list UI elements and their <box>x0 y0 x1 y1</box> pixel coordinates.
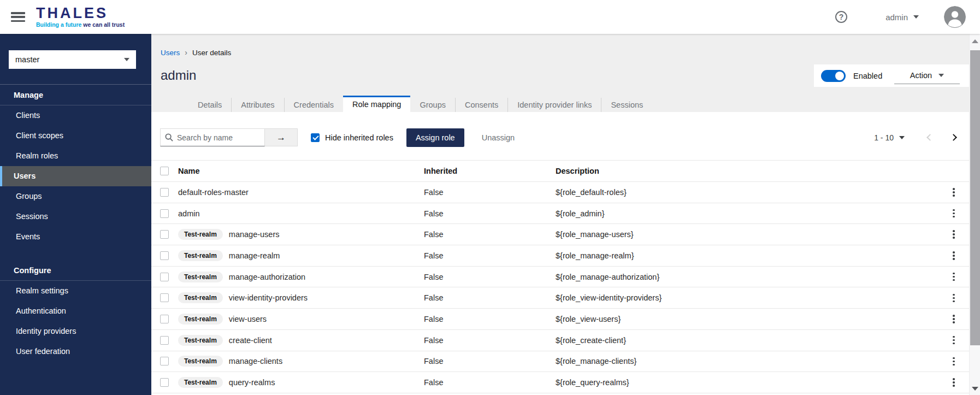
hide-inherited-checkbox-group[interactable]: Hide inherited roles <box>311 133 393 142</box>
sidebar-item-user-federation[interactable]: User federation <box>0 341 151 362</box>
row-kebab-menu-icon[interactable] <box>948 292 959 305</box>
sidebar-item-events[interactable]: Events <box>0 227 151 247</box>
user-menu[interactable]: admin <box>885 13 919 22</box>
search-input[interactable] <box>160 128 265 146</box>
sidebar-nav: ManageClientsClient scopesRealm rolesUse… <box>0 85 151 362</box>
table-row: Test-realmview-usersFalse${role_view-use… <box>151 309 969 330</box>
row-kebab-menu-icon[interactable] <box>948 355 959 368</box>
sidebar-item-sessions[interactable]: Sessions <box>0 207 151 227</box>
breadcrumb-current: User details <box>192 49 231 57</box>
toolbar: → Hide inherited roles Assign role Unass… <box>151 112 969 146</box>
realm-badge: Test-realm <box>178 377 223 388</box>
scrollbar-thumb[interactable] <box>970 50 980 345</box>
unassign-button[interactable]: Unassign <box>482 133 515 142</box>
sidebar-item-groups[interactable]: Groups <box>0 186 151 207</box>
nav-section-label-manage: Manage <box>0 85 151 105</box>
avatar[interactable] <box>944 6 966 28</box>
page-title: admin <box>161 68 196 83</box>
row-checkbox[interactable] <box>160 378 169 387</box>
row-checkbox[interactable] <box>160 251 169 260</box>
main-content: Users › User details admin Enabled Actio… <box>151 34 969 395</box>
row-kebab-menu-icon[interactable] <box>948 270 959 284</box>
tab-credentials[interactable]: Credentials <box>284 98 343 112</box>
role-name-cell: admin <box>178 209 424 218</box>
tab-identity-provider-links[interactable]: Identity provider links <box>507 98 601 112</box>
row-kebab-menu-icon[interactable] <box>948 207 959 220</box>
sidebar-item-identity-providers[interactable]: Identity providers <box>0 321 151 341</box>
chevron-down-icon <box>913 15 919 19</box>
select-all-checkbox[interactable] <box>160 167 169 175</box>
row-checkbox[interactable] <box>160 188 169 197</box>
breadcrumb-users-link[interactable]: Users <box>161 49 180 57</box>
scroll-down-icon[interactable] <box>972 387 978 391</box>
sidebar-item-client-scopes[interactable]: Client scopes <box>0 126 151 146</box>
table-header-row: Name Inherited Description <box>151 160 969 182</box>
realm-badge: Test-realm <box>178 229 223 240</box>
row-checkbox[interactable] <box>160 315 169 323</box>
scroll-up-icon[interactable] <box>972 39 978 43</box>
sidebar-item-authentication[interactable]: Authentication <box>0 301 151 321</box>
pagination-range-dropdown[interactable]: 1 - 10 <box>874 133 905 142</box>
column-header-inherited: Inherited <box>424 167 556 175</box>
sidebar-item-realm-roles[interactable]: Realm roles <box>0 146 151 166</box>
row-kebab-menu-icon[interactable] <box>948 334 959 347</box>
row-checkbox[interactable] <box>160 336 169 345</box>
row-kebab-menu-icon[interactable] <box>948 313 959 326</box>
description-value: ${role_view-identity-providers} <box>556 293 938 302</box>
realm-badge: Test-realm <box>178 272 223 282</box>
table-row: Test-realmview-identity-providersFalse${… <box>151 287 969 309</box>
nav-section-label-configure: Configure <box>0 260 151 281</box>
pagination-range-label: 1 - 10 <box>874 133 894 142</box>
brand-logo: THALES Building a future we can all trus… <box>36 6 125 28</box>
sidebar-item-realm-settings[interactable]: Realm settings <box>0 281 151 301</box>
hide-inherited-checkbox[interactable] <box>311 133 320 142</box>
row-checkbox[interactable] <box>160 357 169 365</box>
row-kebab-menu-icon[interactable] <box>948 249 959 262</box>
realm-select[interactable]: master <box>9 50 136 69</box>
tab-groups[interactable]: Groups <box>410 98 455 112</box>
breadcrumb-separator-icon: › <box>185 48 187 57</box>
tab-attributes[interactable]: Attributes <box>231 98 284 112</box>
enabled-toggle[interactable] <box>821 70 846 82</box>
action-dropdown[interactable]: Action <box>894 68 960 84</box>
chevron-down-icon <box>938 74 944 77</box>
pagination-prev-button[interactable] <box>926 134 934 141</box>
chevron-down-icon <box>124 58 129 61</box>
role-name: create-client <box>229 336 272 345</box>
role-name-cell: Test-realmmanage-users <box>178 229 424 240</box>
table-row: Test-realmcreate-clientFalse${role_creat… <box>151 330 969 351</box>
description-value: ${role_manage-users} <box>556 230 938 239</box>
pagination-next-button[interactable] <box>950 134 957 141</box>
row-checkbox[interactable] <box>160 209 169 218</box>
inherited-value: False <box>424 230 556 239</box>
inherited-value: False <box>424 336 556 345</box>
tab-sessions[interactable]: Sessions <box>601 98 652 112</box>
table-row: default-roles-masterFalse${role_default-… <box>151 182 969 203</box>
inherited-value: False <box>424 188 556 197</box>
action-dropdown-label: Action <box>910 71 932 80</box>
sidebar: master ManageClientsClient scopesRealm r… <box>0 34 151 395</box>
role-name: manage-users <box>229 230 280 239</box>
row-checkbox[interactable] <box>160 273 169 281</box>
vertical-scrollbar[interactable] <box>969 34 980 395</box>
hamburger-menu-icon[interactable] <box>11 12 25 22</box>
column-header-description: Description <box>556 167 938 175</box>
description-value: ${role_query-realms} <box>556 378 938 387</box>
tab-details[interactable]: Details <box>188 98 231 112</box>
tab-role-mapping[interactable]: Role mapping <box>343 96 410 112</box>
row-kebab-menu-icon[interactable] <box>948 186 959 199</box>
row-kebab-menu-icon[interactable] <box>948 376 959 389</box>
row-checkbox[interactable] <box>160 230 169 239</box>
row-checkbox[interactable] <box>160 293 169 302</box>
nav-list-configure: Realm settingsAuthenticationIdentity pro… <box>0 281 151 362</box>
sidebar-item-users[interactable]: Users <box>0 166 151 186</box>
row-kebab-menu-icon[interactable] <box>948 228 959 241</box>
sidebar-item-clients[interactable]: Clients <box>0 105 151 126</box>
inherited-value: False <box>424 273 556 281</box>
tab-consents[interactable]: Consents <box>455 98 507 112</box>
inherited-value: False <box>424 378 556 387</box>
assign-role-button[interactable]: Assign role <box>406 128 464 147</box>
help-icon[interactable]: ? <box>835 11 847 23</box>
search-submit-button[interactable]: → <box>265 128 298 146</box>
inherited-value: False <box>424 251 556 260</box>
